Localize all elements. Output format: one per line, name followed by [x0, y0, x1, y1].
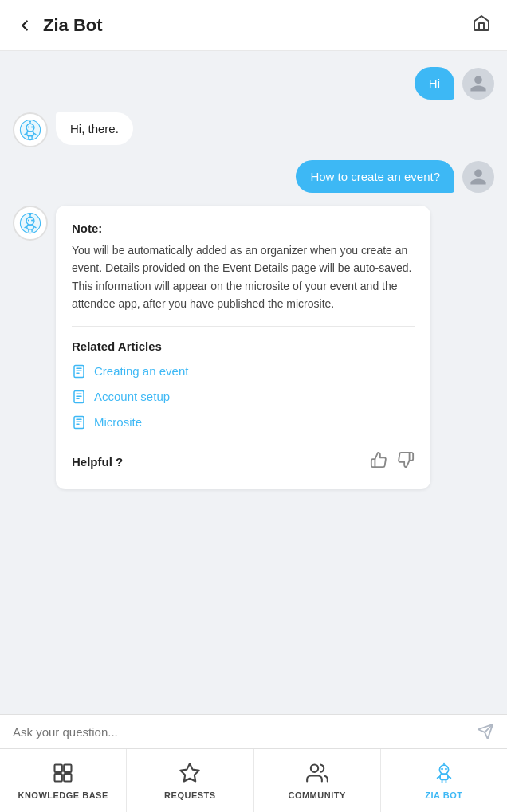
- chat-area: Hi: [0, 51, 507, 714]
- helpful-actions: [370, 451, 415, 473]
- helpful-label: Helpful ?: [72, 455, 123, 469]
- svg-point-5: [29, 120, 31, 122]
- svg-rect-37: [64, 764, 71, 771]
- svg-point-43: [441, 767, 443, 770]
- article-link-1[interactable]: Creating an event: [72, 364, 415, 379]
- document-icon-2: [72, 390, 86, 404]
- user-avatar-1: [462, 68, 494, 100]
- message-row-user-1: Hi: [13, 67, 494, 100]
- zia-bot-icon: [433, 762, 455, 787]
- input-bar: [0, 714, 507, 748]
- nav-label-community: COMMUNITY: [288, 790, 345, 800]
- nav-label-knowledge-base: KNOWLEDGE BASE: [18, 790, 108, 800]
- message-row-user-2: How to create an event?: [13, 160, 494, 193]
- helpful-row: Helpful ?: [72, 451, 415, 473]
- thumbs-up-button[interactable]: [370, 451, 387, 473]
- message-row-bot-2: Note: You will be automatically added as…: [13, 206, 494, 489]
- requests-icon: [179, 762, 201, 787]
- svg-point-2: [28, 126, 29, 127]
- note-label: Note:: [72, 222, 415, 235]
- user-bubble-2: How to create an event?: [296, 160, 454, 193]
- article-link-3[interactable]: Microsite: [72, 415, 415, 430]
- send-button[interactable]: [477, 723, 494, 740]
- svg-point-3: [31, 126, 33, 127]
- svg-point-44: [445, 767, 447, 770]
- bot-avatar-2: [13, 206, 48, 241]
- thumbs-down-button[interactable]: [397, 451, 415, 473]
- svg-rect-47: [440, 774, 448, 779]
- nav-item-community[interactable]: COMMUNITY: [254, 749, 381, 812]
- home-icon[interactable]: [472, 14, 491, 37]
- article-text-3: Microsite: [94, 415, 142, 429]
- header-left: Zia Bot: [16, 15, 103, 36]
- note-card: Note: You will be automatically added as…: [56, 206, 430, 489]
- bot-bubble-1: Hi, there.: [56, 112, 133, 145]
- article-text-2: Account setup: [94, 390, 170, 403]
- svg-marker-40: [181, 763, 199, 781]
- svg-point-16: [29, 214, 31, 215]
- svg-point-13: [28, 219, 29, 221]
- related-articles-title: Related Articles: [72, 339, 415, 353]
- svg-rect-39: [64, 774, 71, 781]
- community-icon: [306, 762, 328, 787]
- svg-rect-36: [55, 764, 62, 771]
- document-icon-1: [72, 364, 86, 379]
- header: Zia Bot: [0, 0, 507, 51]
- svg-rect-38: [55, 774, 62, 781]
- page-title: Zia Bot: [43, 15, 103, 36]
- user-avatar-2: [462, 161, 494, 193]
- message-row-bot-1: Hi, there.: [13, 112, 494, 147]
- document-icon-3: [72, 415, 86, 430]
- nav-item-knowledge-base[interactable]: KNOWLEDGE BASE: [0, 749, 127, 812]
- bot-avatar-1: [13, 112, 48, 147]
- note-text: You will be automatically added as an or…: [72, 241, 415, 313]
- svg-point-14: [31, 219, 33, 221]
- svg-point-46: [443, 762, 445, 763]
- knowledge-base-icon: [52, 762, 74, 787]
- article-text-1: Creating an event: [94, 364, 188, 378]
- svg-point-42: [439, 765, 448, 774]
- chat-input[interactable]: [13, 725, 469, 739]
- nav-item-zia-bot[interactable]: ZIA BOT: [381, 749, 507, 812]
- user-bubble-1: Hi: [415, 67, 454, 100]
- svg-point-41: [310, 764, 317, 771]
- bottom-nav: KNOWLEDGE BASE REQUESTS COMMUNITY: [0, 748, 507, 812]
- article-link-2[interactable]: Account setup: [72, 390, 415, 404]
- back-button[interactable]: [16, 17, 33, 34]
- nav-label-requests: REQUESTS: [164, 790, 216, 800]
- nav-label-zia-bot: ZIA BOT: [425, 790, 462, 800]
- nav-item-requests[interactable]: REQUESTS: [127, 749, 254, 812]
